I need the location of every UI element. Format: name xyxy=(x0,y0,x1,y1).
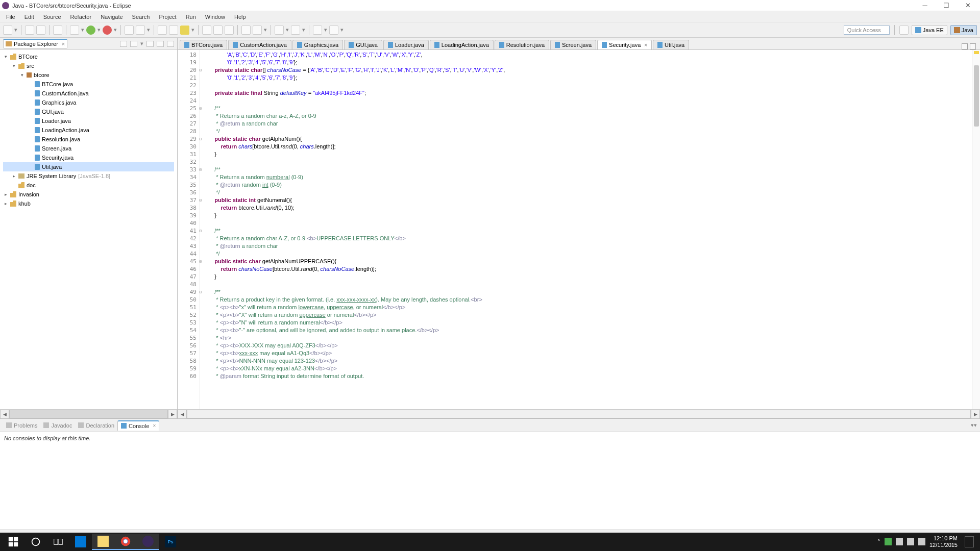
editor-scroll-left[interactable]: ◀ xyxy=(178,410,187,419)
tree-scroll-left[interactable]: ◀ xyxy=(0,410,9,419)
editor-tab[interactable]: CustomAction.java xyxy=(228,40,291,49)
tree-scroll-track[interactable] xyxy=(9,410,168,418)
menu-help[interactable]: Help xyxy=(230,12,250,21)
menu-refactor[interactable]: Refactor xyxy=(66,12,96,21)
annotation-prev-button[interactable] xyxy=(241,26,251,35)
tree-scroll-right[interactable]: ▶ xyxy=(168,410,177,419)
show-whitespace-button[interactable] xyxy=(225,26,234,35)
save-all-button[interactable] xyxy=(36,26,45,35)
editor-tab[interactable]: GUI.java xyxy=(344,40,382,49)
calculator-app[interactable] xyxy=(69,534,92,550)
code-editor[interactable]: 'A','B','C','D','E','F','G','H','I','J',… xyxy=(200,50,972,409)
tree-item[interactable]: ▸Invasion xyxy=(3,190,174,199)
chrome-app[interactable] xyxy=(114,534,137,550)
action-center-button[interactable] xyxy=(965,536,974,547)
last-edit-button[interactable] xyxy=(275,26,284,35)
minimize-button[interactable]: ─ xyxy=(918,1,932,10)
nav-forward-button[interactable] xyxy=(329,26,338,35)
photoshop-app[interactable]: Ps xyxy=(159,534,182,550)
maximize-editor[interactable] xyxy=(970,43,976,49)
tree-item[interactable]: LoadingAction.java xyxy=(3,126,174,135)
tray-network-icon[interactable] xyxy=(896,538,903,545)
editor-tab[interactable]: Resolution.java xyxy=(495,40,549,49)
cortana-button[interactable] xyxy=(24,534,47,550)
collapse-all-button[interactable] xyxy=(120,41,127,47)
tree-item[interactable]: CustomAction.java xyxy=(3,89,174,98)
project-tree[interactable]: ▾BTCore▾src▾btcoreBTCore.javaCustomActio… xyxy=(0,50,177,409)
quick-access-input[interactable]: Quick Access xyxy=(844,26,890,35)
perspective-javaee[interactable]: Java EE xyxy=(912,25,947,35)
tree-item[interactable]: ▸khub xyxy=(3,199,174,208)
view-menu-button[interactable] xyxy=(146,41,154,47)
new-class-button[interactable] xyxy=(136,26,145,35)
tree-item[interactable]: Util.java xyxy=(3,162,174,171)
open-perspective-button[interactable] xyxy=(899,26,909,35)
tree-item[interactable]: Security.java xyxy=(3,153,174,162)
menu-file[interactable]: File xyxy=(2,12,19,21)
editor-tab[interactable]: Graphics.java xyxy=(292,40,343,49)
tray-volume-icon[interactable] xyxy=(918,538,925,545)
run-last-button[interactable] xyxy=(103,26,112,35)
tree-item[interactable]: Graphics.java xyxy=(3,98,174,107)
new-button[interactable] xyxy=(3,26,12,35)
tree-item[interactable]: doc xyxy=(3,181,174,190)
open-task-button[interactable] xyxy=(169,26,178,35)
open-type-button[interactable] xyxy=(158,26,167,35)
editor-tab[interactable]: Screen.java xyxy=(550,40,596,49)
menu-run[interactable]: Run xyxy=(182,12,200,21)
close-button[interactable]: ✕ xyxy=(961,1,975,10)
vertical-scroll-thumb[interactable] xyxy=(974,65,979,127)
tree-item[interactable]: Resolution.java xyxy=(3,135,174,144)
menu-navigate[interactable]: Navigate xyxy=(96,12,127,21)
link-editor-button[interactable] xyxy=(130,41,137,47)
annotation-next-button[interactable] xyxy=(253,26,262,35)
tree-item[interactable]: ▾btcore xyxy=(3,70,174,80)
tree-item[interactable]: Loader.java xyxy=(3,116,174,126)
task-view-button[interactable] xyxy=(47,534,69,550)
line-number-gutter[interactable]: 1819202122232425262728293031323334353637… xyxy=(178,50,200,409)
tree-item[interactable]: GUI.java xyxy=(3,107,174,116)
file-explorer-app[interactable] xyxy=(92,534,114,550)
save-button[interactable] xyxy=(25,26,34,35)
skip-breakpoints-button[interactable] xyxy=(53,26,62,35)
tab-close-icon[interactable]: × xyxy=(62,41,65,47)
perspective-java[interactable]: Java xyxy=(950,25,977,35)
toggle-block-button[interactable] xyxy=(213,26,223,35)
overview-ruler[interactable] xyxy=(972,50,980,409)
tray-overflow-icon[interactable]: ˄ xyxy=(877,539,880,545)
editor-tab[interactable]: Security.java× xyxy=(597,40,652,49)
editor-scroll-track[interactable] xyxy=(187,410,971,418)
editor-scroll-right[interactable]: ▶ xyxy=(971,410,980,419)
editor-tab[interactable]: Util.java xyxy=(653,40,689,49)
tree-item[interactable]: ▸JRE System Library [JavaSE-1.8] xyxy=(3,171,174,181)
start-button[interactable] xyxy=(2,534,24,550)
taskbar-clock[interactable]: 12:10 PM12/11/2015 xyxy=(929,535,958,548)
console-tab[interactable]: Console× xyxy=(117,420,159,431)
menu-search[interactable]: Search xyxy=(128,12,154,21)
javadoc-tab[interactable]: Javadoc xyxy=(40,421,75,430)
package-explorer-tab[interactable]: Package Explorer × xyxy=(3,39,67,48)
tray-shield-icon[interactable] xyxy=(885,538,892,545)
maximize-view-button[interactable] xyxy=(167,41,174,47)
tree-item[interactable]: ▾BTCore xyxy=(3,52,174,61)
run-button[interactable] xyxy=(86,26,95,35)
toggle-mark-button[interactable] xyxy=(202,26,211,35)
menu-project[interactable]: Project xyxy=(155,12,180,21)
minimize-editor[interactable] xyxy=(962,43,968,49)
editor-tab[interactable]: LoadingAction.java xyxy=(430,40,494,49)
search-button[interactable] xyxy=(180,26,189,35)
nav-back-button[interactable] xyxy=(313,26,322,35)
menu-window[interactable]: Window xyxy=(201,12,229,21)
problems-tab[interactable]: Problems xyxy=(3,421,40,430)
editor-tab[interactable]: Loader.java xyxy=(383,40,429,49)
minimize-view-button[interactable] xyxy=(157,41,164,47)
console-close-icon[interactable]: × xyxy=(153,423,156,429)
tree-item[interactable]: BTCore.java xyxy=(3,80,174,89)
editor-tab[interactable]: BTCore.java xyxy=(180,40,227,49)
maximize-button[interactable]: ☐ xyxy=(939,1,953,10)
new-package-button[interactable] xyxy=(125,26,134,35)
menu-source[interactable]: Source xyxy=(39,12,65,21)
tray-battery-icon[interactable] xyxy=(907,538,914,545)
debug-button[interactable] xyxy=(70,26,79,35)
menu-edit[interactable]: Edit xyxy=(20,12,38,21)
